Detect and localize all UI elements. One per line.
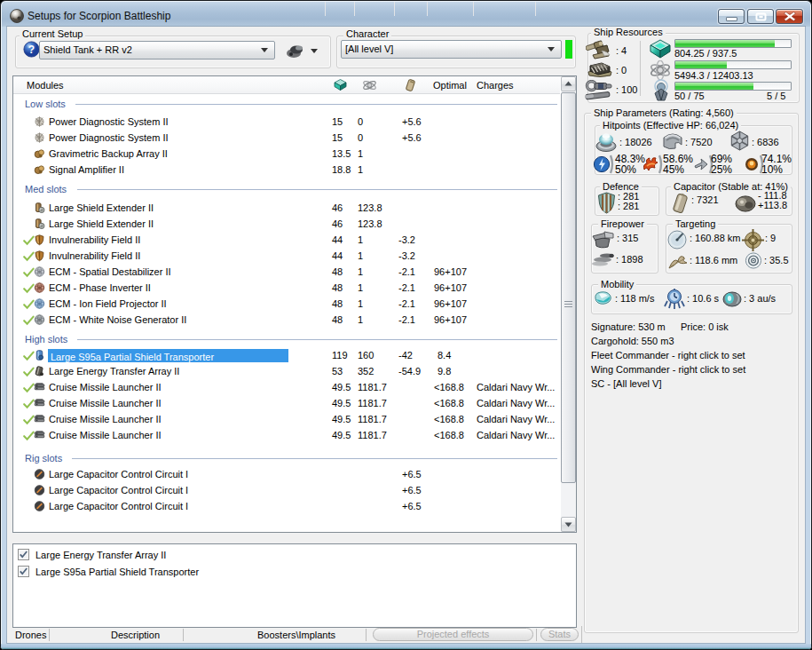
svg-text:?: ?: [28, 44, 35, 56]
